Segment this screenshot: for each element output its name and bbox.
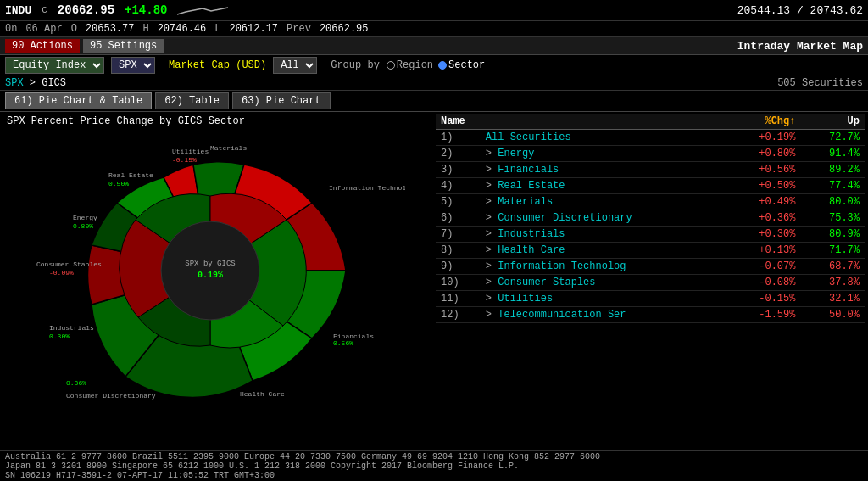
row-change: -0.08% xyxy=(727,275,801,291)
row-up: 32.1% xyxy=(800,291,865,307)
main-content: SPX Percent Price Change by GICS Sector xyxy=(0,112,868,474)
equity-index-select[interactable]: Equity Index xyxy=(5,57,104,74)
label-energy-chart: Energy xyxy=(73,214,97,221)
mktcap-label: Market Cap (USD) xyxy=(169,59,266,71)
sector-option[interactable]: Sector xyxy=(438,59,485,71)
row-up: 50.0% xyxy=(800,307,865,323)
groupby-label: Group by xyxy=(331,59,380,71)
sparkline-icon xyxy=(177,2,228,19)
row-up: 80.9% xyxy=(800,227,865,243)
actions-button[interactable]: 90 Actions xyxy=(5,39,80,53)
ticker-price: 20662.95 xyxy=(58,3,114,17)
label-consumer-disc-chart: Consumer Discretionary xyxy=(66,392,156,400)
spx-select[interactable]: SPX xyxy=(111,57,155,74)
open-price: 20653.77 xyxy=(86,23,135,35)
row-name[interactable]: > Industrials xyxy=(481,227,727,243)
row-name[interactable]: > Materials xyxy=(481,194,727,210)
name-header: Name xyxy=(436,114,727,130)
up-header: Up xyxy=(800,114,865,130)
sector-label: Sector xyxy=(448,59,485,71)
breadcrumb-separator: > xyxy=(30,77,42,89)
table-row: 8) > Health Care +0.13% 71.7% xyxy=(436,243,865,259)
row-up: 72.7% xyxy=(800,130,865,146)
sector-radio-icon[interactable] xyxy=(438,61,447,70)
bottom-bar: Australia 61 2 9777 8600 Brazil 5511 239… xyxy=(0,450,868,481)
table-row: 7) > Industrials +0.30% 80.9% xyxy=(436,227,865,243)
row-num: 10) xyxy=(436,275,481,291)
table-row: 1) All Securities +0.19% 72.7% xyxy=(436,130,865,146)
row-name[interactable]: > Real Estate xyxy=(481,178,727,194)
label-consumer-staples-chart: Consumer Staples xyxy=(36,260,102,268)
row-name[interactable]: > Health Care xyxy=(481,243,727,259)
row-change: +0.49% xyxy=(727,194,801,210)
l-label: L xyxy=(214,23,220,35)
row-change: -0.07% xyxy=(727,259,801,275)
row-num: 11) xyxy=(436,291,481,307)
row-num: 4) xyxy=(436,178,481,194)
row-num: 5) xyxy=(436,194,481,210)
breadcrumb-gics: GICS xyxy=(42,77,66,89)
label-realestate-val: 0.50% xyxy=(108,180,129,187)
row-name[interactable]: All Securities xyxy=(481,130,727,146)
all-select[interactable]: All xyxy=(273,57,317,74)
row-change: +0.30% xyxy=(727,227,801,243)
table-row: 5) > Materials +0.49% 80.0% xyxy=(436,194,865,210)
bottom-line1: Australia 61 2 9777 8600 Brazil 5511 239… xyxy=(5,452,863,461)
label-energy-val: 0.80% xyxy=(73,222,93,230)
date: 06 Apr xyxy=(25,23,62,35)
table-area: Name %Chg↑ Up 1) All Securities +0.19% 7… xyxy=(432,112,868,474)
row-name[interactable]: > Energy xyxy=(481,146,727,162)
label-consumer-staples-val: -0.09% xyxy=(49,269,74,277)
breadcrumb-bar: SPX > GICS 505 Securities xyxy=(0,76,868,91)
settings-button[interactable]: 95 Settings xyxy=(83,39,164,53)
high-price: 20746.46 xyxy=(158,23,207,35)
row-change: +0.13% xyxy=(727,243,801,259)
row-up: 80.0% xyxy=(800,194,865,210)
tab-pie-table[interactable]: 61) Pie Chart & Table xyxy=(5,92,152,109)
second-bar: 0n 06 Apr O 20653.77 H 20746.46 L 20612.… xyxy=(0,21,868,37)
center-value: 0.19% xyxy=(198,271,223,280)
breadcrumb: SPX > GICS xyxy=(5,77,66,89)
label-utilities-chart: Utilities xyxy=(172,148,209,155)
row-change: -1.59% xyxy=(727,307,801,323)
label-infotech-chart: Information Technology xyxy=(329,184,405,192)
breadcrumb-spx[interactable]: SPX xyxy=(5,77,24,89)
pctchg-header[interactable]: %Chg↑ xyxy=(727,114,801,130)
row-name[interactable]: > Financials xyxy=(481,162,727,178)
low-price: 20612.17 xyxy=(229,23,278,35)
ticker-change: +14.80 xyxy=(125,3,167,17)
row-up: 37.8% xyxy=(800,275,865,291)
row-num: 1) xyxy=(436,130,481,146)
row-num: 9) xyxy=(436,259,481,275)
bottom-line2: Japan 81 3 3201 8900 Singapore 65 6212 1… xyxy=(5,461,863,471)
row-up: 89.2% xyxy=(800,162,865,178)
row-change: +0.36% xyxy=(727,210,801,227)
region-label: Region xyxy=(397,59,433,71)
securities-count: 505 Securities xyxy=(777,77,863,89)
pie-container: SPX by GICS 0.19% Information Technology… xyxy=(7,131,414,411)
row-name[interactable]: > Consumer Discretionary xyxy=(481,210,727,227)
tab-pie-chart[interactable]: 63) Pie Chart xyxy=(232,92,331,109)
intraday-title: Intraday Market Map xyxy=(737,40,863,53)
ticker-bar: INDU C 20662.95 +14.80 20544.13 / 20743.… xyxy=(0,0,868,21)
row-name[interactable]: > Utilities xyxy=(481,291,727,307)
chart-area: SPX Percent Price Change by GICS Sector xyxy=(0,112,432,474)
tab-table[interactable]: 62) Table xyxy=(155,92,229,109)
table-row: 11) > Utilities -0.15% 32.1% xyxy=(436,291,865,307)
table-row: 9) > Information Technolog -0.07% 68.7% xyxy=(436,259,865,275)
row-change: +0.80% xyxy=(727,146,801,162)
prev-price: 20662.95 xyxy=(320,23,369,35)
region-radio-icon[interactable] xyxy=(387,61,395,70)
row-num: 2) xyxy=(436,146,481,162)
row-name[interactable]: > Information Technolog xyxy=(481,259,727,275)
row-name[interactable]: > Consumer Staples xyxy=(481,275,727,291)
row-name[interactable]: > Telecommunication Ser xyxy=(481,307,727,323)
region-option[interactable]: Region xyxy=(387,59,433,71)
row-num: 6) xyxy=(436,210,481,227)
center-label: SPX by GICS xyxy=(185,260,235,268)
row-num: 7) xyxy=(436,227,481,243)
h-label: H xyxy=(142,23,148,35)
pie-chart-svg: SPX by GICS 0.19% Information Technology… xyxy=(15,135,405,406)
on-label: 0n xyxy=(5,23,17,35)
row-up: 91.4% xyxy=(800,146,865,162)
